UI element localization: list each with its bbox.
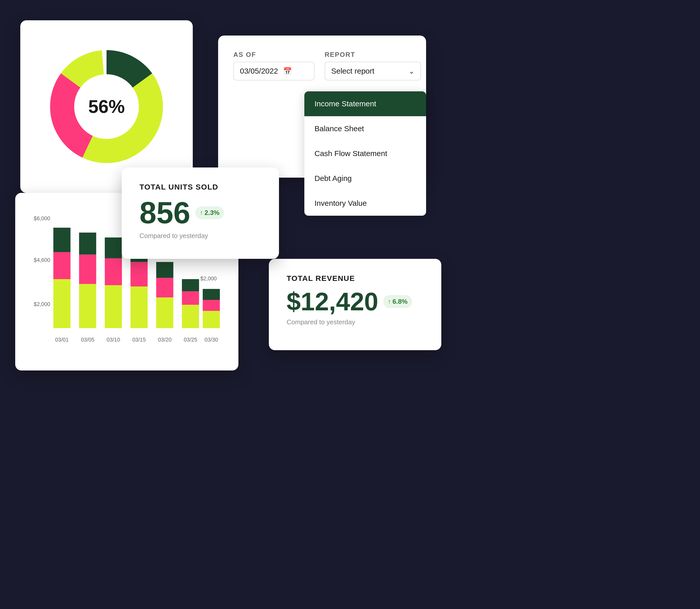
bar-7-dark: [203, 289, 220, 300]
bar-1-dark: [53, 228, 71, 252]
report-label: REPORT: [325, 51, 421, 58]
x-label-0315: 03/15: [132, 337, 146, 343]
y-label-4600: $4,600: [34, 257, 50, 263]
bar-5-pink: [156, 278, 174, 297]
bar-3-lime: [105, 285, 122, 328]
dropdown-item-income-statement[interactable]: Income Statement: [304, 91, 426, 116]
chevron-down-icon: ⌄: [409, 67, 414, 75]
bar-2-lime: [79, 284, 96, 328]
y-label-2000: $2,000: [34, 301, 50, 307]
revenue-card: TOTAL REVENUE $12,420 ↑ 6.8% Compared to…: [269, 259, 441, 350]
revenue-badge: ↑ 6.8%: [383, 295, 412, 308]
report-fields: AS OF 03/05/2022 📅 REPORT Select report …: [233, 51, 411, 81]
arrow-up-icon: ↑: [200, 209, 203, 216]
dropdown-item-cash-flow[interactable]: Cash Flow Statement: [304, 141, 426, 166]
units-sold-compare: Compared to yesterday: [140, 232, 261, 240]
calendar-icon: 📅: [283, 67, 292, 75]
revenue-title: TOTAL REVENUE: [287, 274, 424, 283]
x-label-0320: 03/20: [158, 337, 172, 343]
bar-5-dark: [156, 262, 174, 278]
bar-7-lime: [203, 311, 220, 328]
date-value: 03/05/2022: [240, 67, 278, 75]
report-select-dropdown[interactable]: Select report ⌄: [325, 62, 421, 81]
bar-2-dark: [79, 233, 96, 255]
dropdown-item-inventory-value[interactable]: Inventory Value: [304, 191, 426, 216]
bar-3-dark: [105, 238, 122, 258]
bar-4-lime: [130, 286, 148, 328]
report-selector-card: AS OF 03/05/2022 📅 REPORT Select report …: [218, 36, 426, 178]
units-sold-percent: 2.3%: [204, 209, 219, 217]
bar-1-lime: [53, 279, 71, 328]
revenue-metric-row: $12,420 ↑ 6.8%: [287, 289, 424, 314]
x-label-0325: 03/25: [184, 337, 197, 343]
as-of-label: AS OF: [233, 51, 315, 58]
revenue-compare: Compared to yesterday: [287, 318, 424, 326]
units-sold-value: 856: [140, 197, 190, 228]
units-sold-card: TOTAL UNITS SOLD 856 ↑ 2.3% Compared to …: [122, 168, 279, 259]
x-label-0305: 03/05: [81, 337, 94, 343]
units-sold-title: TOTAL UNITS SOLD: [140, 183, 261, 191]
bar-6-pink: [182, 291, 199, 305]
as-of-field: AS OF 03/05/2022 📅: [233, 51, 315, 81]
x-label-0330: 03/30: [205, 337, 218, 343]
select-value: Select report: [331, 67, 374, 75]
bar-1-pink: [53, 252, 71, 279]
revenue-arrow-up-icon: ↑: [388, 298, 391, 305]
y-label-2000-inline: $2,000: [200, 276, 217, 282]
bar-5-lime: [156, 297, 174, 328]
revenue-percent: 6.8%: [392, 298, 407, 306]
bar-6-dark: [182, 279, 199, 291]
report-field: REPORT Select report ⌄: [325, 51, 421, 81]
units-sold-badge: ↑ 2.3%: [195, 206, 224, 219]
dropdown-item-debt-aging[interactable]: Debt Aging: [304, 166, 426, 191]
units-sold-metric-row: 856 ↑ 2.3%: [140, 197, 261, 228]
x-label-0301: 03/01: [55, 337, 69, 343]
donut-chart: 56%: [43, 43, 170, 170]
bar-6-lime: [182, 305, 199, 328]
date-input[interactable]: 03/05/2022 📅: [233, 62, 315, 81]
revenue-value: $12,420: [287, 289, 378, 314]
y-label-6000: $6,000: [34, 215, 50, 222]
bar-4-pink: [130, 262, 148, 286]
donut-chart-card: 56%: [20, 20, 193, 193]
donut-percentage: 56%: [88, 96, 125, 117]
bar-2-pink: [79, 255, 96, 284]
bar-3-pink: [105, 258, 122, 285]
dropdown-item-balance-sheet[interactable]: Balance Sheet: [304, 116, 426, 141]
report-dropdown-menu: Income Statement Balance Sheet Cash Flow…: [304, 91, 426, 216]
bar-7-pink: [203, 300, 220, 311]
x-label-0310: 03/10: [107, 337, 120, 343]
